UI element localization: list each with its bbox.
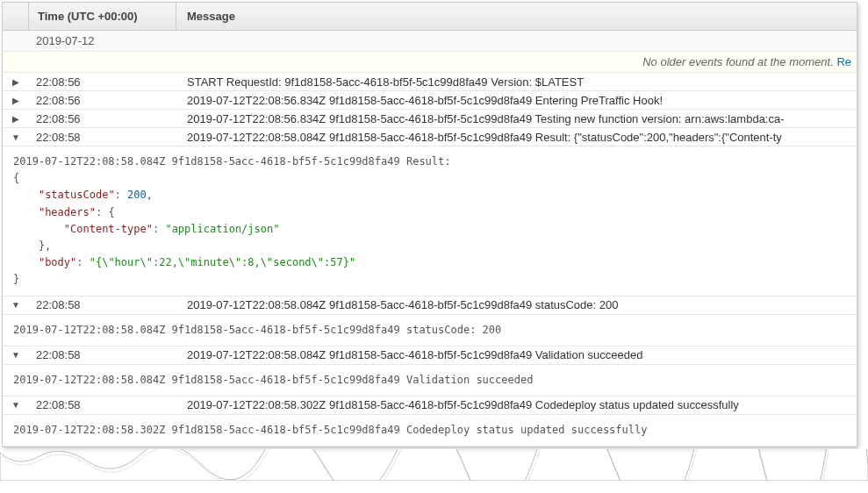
expand-toggle-icon[interactable]: ▼ <box>3 400 29 410</box>
log-row[interactable]: ▼22:08:582019-07-12T22:08:58.084Z 9f1d81… <box>3 128 857 146</box>
expand-toggle-icon[interactable]: ▼ <box>3 350 29 360</box>
header-expand-col <box>3 3 29 30</box>
log-time: 22:08:58 <box>29 298 176 311</box>
log-message: 2019-07-12T22:08:58.302Z 9f1d8158-5acc-4… <box>176 398 857 411</box>
log-message: 2019-07-12T22:08:56.834Z 9f1d8158-5acc-4… <box>176 112 857 125</box>
log-time: 22:08:58 <box>29 131 176 144</box>
expand-toggle-icon[interactable]: ▶ <box>3 114 29 124</box>
log-row[interactable]: ▶22:08:56START RequestId: 9f1d8158-5acc-… <box>3 73 857 91</box>
log-table: Time (UTC +00:00) Message 2019-07-12 No … <box>2 2 857 447</box>
date-group-row: 2019-07-12 <box>3 31 857 52</box>
log-time: 22:08:58 <box>29 398 176 411</box>
expand-toggle-icon[interactable]: ▶ <box>3 96 29 105</box>
log-time: 22:08:56 <box>29 94 176 107</box>
log-row[interactable]: ▼22:08:582019-07-12T22:08:58.084Z 9f1d81… <box>3 297 857 315</box>
table-header: Time (UTC +00:00) Message <box>3 3 857 31</box>
log-time: 22:08:56 <box>29 112 176 125</box>
log-row[interactable]: ▼22:08:582019-07-12T22:08:58.084Z 9f1d81… <box>3 347 857 365</box>
log-detail: 2019-07-12T22:08:58.302Z 9f1d8158-5acc-4… <box>3 415 857 447</box>
log-row[interactable]: ▶22:08:562019-07-12T22:08:56.834Z 9f1d81… <box>3 91 857 110</box>
info-banner: No older events found at the moment. Re <box>3 52 857 73</box>
log-detail-json: 2019-07-12T22:08:58.084Z 9f1d8158-5acc-4… <box>3 146 857 297</box>
log-detail: 2019-07-12T22:08:58.084Z 9f1d8158-5acc-4… <box>3 365 857 397</box>
log-message: 2019-07-12T22:08:58.084Z 9f1d8158-5acc-4… <box>176 131 857 144</box>
log-time: 22:08:56 <box>29 75 176 89</box>
retry-link[interactable]: Re <box>836 55 851 68</box>
expand-toggle-icon[interactable]: ▼ <box>3 132 29 142</box>
expand-toggle-icon[interactable]: ▶ <box>3 77 29 87</box>
header-time[interactable]: Time (UTC +00:00) <box>29 3 176 30</box>
log-message: START RequestId: 9f1d8158-5acc-4618-bf5f… <box>176 75 857 89</box>
log-message: 2019-07-12T22:08:56.834Z 9f1d8158-5acc-4… <box>176 94 857 107</box>
log-row[interactable]: ▶22:08:562019-07-12T22:08:56.834Z 9f1d81… <box>3 110 857 128</box>
log-message: 2019-07-12T22:08:58.084Z 9f1d8158-5acc-4… <box>176 298 857 311</box>
expand-toggle-icon[interactable]: ▼ <box>3 300 29 310</box>
info-banner-text: No older events found at the moment. <box>642 55 834 68</box>
log-row[interactable]: ▼22:08:582019-07-12T22:08:58.302Z 9f1d81… <box>3 397 857 415</box>
log-detail: 2019-07-12T22:08:58.084Z 9f1d8158-5acc-4… <box>3 315 857 347</box>
header-message[interactable]: Message <box>176 3 857 30</box>
log-time: 22:08:58 <box>29 348 176 361</box>
torn-edge-decoration <box>0 449 868 481</box>
log-message: 2019-07-12T22:08:58.084Z 9f1d8158-5acc-4… <box>176 348 857 361</box>
